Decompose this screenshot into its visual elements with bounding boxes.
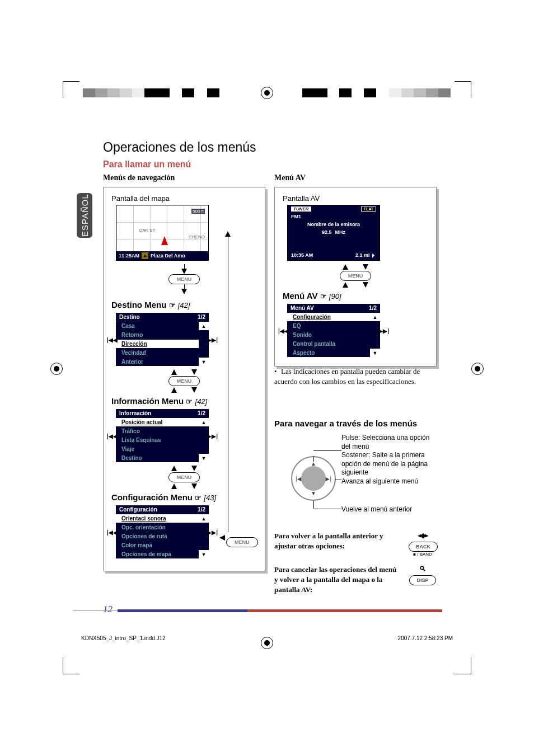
map-street-label: CRENO bbox=[189, 234, 205, 240]
loop-line bbox=[228, 234, 228, 532]
dial-control[interactable]: ▲ ▼ |◀◀ ▶▶| bbox=[291, 456, 336, 501]
page-rule bbox=[118, 609, 442, 612]
list-item[interactable]: Casa bbox=[116, 321, 199, 330]
map-place: Plaza Del Amo bbox=[151, 253, 185, 259]
next-track-icon: ▶▶| bbox=[207, 336, 218, 342]
bidir-arrow: MENU bbox=[111, 466, 257, 489]
list-item[interactable]: Retorno bbox=[116, 330, 199, 339]
down-arrow-icon[interactable]: ▼ bbox=[199, 453, 209, 462]
list-item[interactable]: Opc. orientación bbox=[116, 523, 199, 532]
page-number: 12 bbox=[103, 604, 113, 615]
list-item[interactable]: Vecindad bbox=[116, 348, 199, 357]
next-track-icon: ▶▶| bbox=[378, 327, 389, 334]
note: •Las indicaciones en pantalla pueden cam… bbox=[274, 367, 431, 386]
dpad-icon: ◂◆▸ bbox=[409, 531, 437, 539]
dial-next-label: Avanza al siguiente menú bbox=[341, 477, 434, 486]
up-arrow-icon[interactable]: ▲ bbox=[199, 321, 209, 330]
list-item-selected[interactable]: Orientaci sonora bbox=[116, 514, 199, 523]
list-item[interactable]: Destino bbox=[116, 453, 199, 462]
menu-page: 1/2 bbox=[198, 314, 205, 320]
down-arrow-icon[interactable]: ▼ bbox=[199, 357, 209, 366]
pointer-icon: ☞ bbox=[195, 494, 202, 502]
flat-badge: FLAT bbox=[361, 206, 376, 212]
av-menu: |◀◀ ▶▶| Menú AV1/2 Configuración▲ EQ Son… bbox=[287, 304, 380, 357]
dial-prev-label: Vuelve al menú anterior bbox=[341, 505, 434, 514]
list-item[interactable]: Aspecto bbox=[287, 348, 370, 357]
up-arrow-icon[interactable]: ▲ bbox=[199, 417, 209, 426]
menu-page: 1/2 bbox=[198, 410, 205, 416]
footer-date: 2007.7.12 2:58:23 PM bbox=[398, 635, 453, 641]
footer-file: KDNX505_J_intro_SP_1.indd J12 bbox=[81, 635, 166, 641]
next-track-icon: ▶▶| bbox=[207, 529, 218, 535]
dial-push-label: Pulse: Selecciona una opción del menú So… bbox=[341, 434, 434, 477]
prev-track-icon: |◀◀ bbox=[278, 327, 289, 334]
cancel-text: Para cancelar las operaciones del menú y… bbox=[274, 565, 401, 595]
left-section-head: Menús de navegación bbox=[103, 173, 265, 182]
menu-button[interactable]: MENU bbox=[168, 376, 200, 386]
list-item[interactable]: Opciones de mapa bbox=[116, 550, 199, 558]
list-item-selected[interactable]: Dirección bbox=[116, 339, 199, 348]
reg-mark bbox=[261, 87, 273, 99]
bidir-arrow: MENU bbox=[283, 264, 428, 288]
right-panel-top: Pantalla AV TUNERFLAT FM1 Nombre de la e… bbox=[274, 187, 437, 367]
informacion-menu: |◀◀ ▶▶| Información1/2 Posición actual▲ … bbox=[116, 409, 209, 462]
list-item[interactable]: Control pantalla bbox=[287, 339, 370, 348]
pointer-icon: ☞ bbox=[186, 397, 193, 406]
up-arrow-icon[interactable]: ▲ bbox=[370, 312, 380, 321]
destino-title: Destino Menu ☞ [42] bbox=[111, 300, 257, 309]
station-name: Nombre de la emisora bbox=[307, 222, 360, 227]
av-time: 10:35 AM bbox=[291, 252, 313, 258]
right-column: Menú AV Pantalla AV TUNERFLAT FM1 Nombre… bbox=[274, 173, 437, 372]
menu-button[interactable]: MENU bbox=[168, 274, 200, 284]
pointer-icon: ☞ bbox=[320, 292, 327, 300]
menu-button[interactable]: MENU bbox=[168, 472, 200, 482]
menu-arrow-group: MENU bbox=[111, 264, 257, 294]
reg-mark bbox=[261, 637, 273, 649]
list-item-selected[interactable]: Posición actual bbox=[116, 417, 199, 426]
language-tab: ESPAÑOL bbox=[77, 193, 92, 238]
list-item[interactable]: EQ bbox=[287, 321, 370, 330]
prev-track-icon: |◀◀ bbox=[107, 529, 118, 535]
list-item[interactable]: Anterior bbox=[116, 357, 199, 366]
tuner-badge: TUNER bbox=[291, 206, 311, 212]
crop-mark bbox=[455, 81, 471, 98]
destino-menu: |◀◀ ▶▶| Destino1/2 Casa▲ Retorno Direcci… bbox=[116, 313, 209, 366]
menu-header: Información bbox=[119, 410, 151, 416]
a-icon: A bbox=[142, 252, 148, 259]
list-item[interactable]: Sonido bbox=[287, 330, 370, 339]
freq: 92.5 bbox=[322, 229, 332, 235]
list-item[interactable]: Viaje bbox=[116, 444, 199, 453]
crop-mark bbox=[63, 81, 79, 98]
map-caption: Pantalla del mapa bbox=[111, 194, 257, 203]
down-arrow-icon[interactable]: ▼ bbox=[199, 550, 209, 558]
menu-button[interactable]: MENU bbox=[226, 537, 258, 547]
dial-center[interactable] bbox=[301, 466, 326, 491]
search-icon: 🔍︎ bbox=[409, 565, 437, 573]
prev-track-icon: |◀◀ bbox=[107, 336, 118, 342]
down-arrow-icon[interactable]: ▼ bbox=[370, 348, 380, 357]
list-item-selected[interactable]: Configuración bbox=[287, 312, 370, 321]
prev-track-icon: |◀◀ bbox=[107, 433, 118, 439]
map-time: 11:25AM bbox=[119, 253, 139, 259]
list-item[interactable]: Opciones de ruta bbox=[116, 532, 199, 541]
down-icon: ▼ bbox=[311, 490, 316, 496]
fm-label: FM1 bbox=[291, 214, 301, 219]
bidir-arrow: MENU bbox=[111, 369, 257, 393]
reg-mark bbox=[50, 363, 63, 375]
list-item[interactable]: Lista Esquinas bbox=[116, 435, 199, 444]
av-dist: 2.1 mi ⏵ bbox=[355, 252, 376, 258]
back-sub-label: ■ / BAND bbox=[409, 552, 437, 557]
menu-header: Destino bbox=[119, 314, 140, 320]
page-title: Operaciones de los menús bbox=[103, 140, 256, 155]
informacion-title: Información Menu ☞ [42] bbox=[111, 396, 257, 406]
back-button[interactable]: BACK bbox=[409, 542, 438, 552]
list-item[interactable]: Tráfico bbox=[116, 426, 199, 435]
loop-arrow-head bbox=[225, 231, 231, 237]
up-arrow-icon[interactable]: ▲ bbox=[199, 514, 209, 523]
list-item[interactable]: Color mapa bbox=[116, 541, 199, 550]
mhz: MHz bbox=[335, 229, 346, 235]
sub-heading: Para llamar un menú bbox=[103, 159, 191, 170]
disp-button[interactable]: DISP bbox=[409, 575, 435, 585]
config-title: Configuración Menu ☞ [43] bbox=[111, 492, 257, 502]
menu-button[interactable]: MENU bbox=[340, 271, 372, 281]
